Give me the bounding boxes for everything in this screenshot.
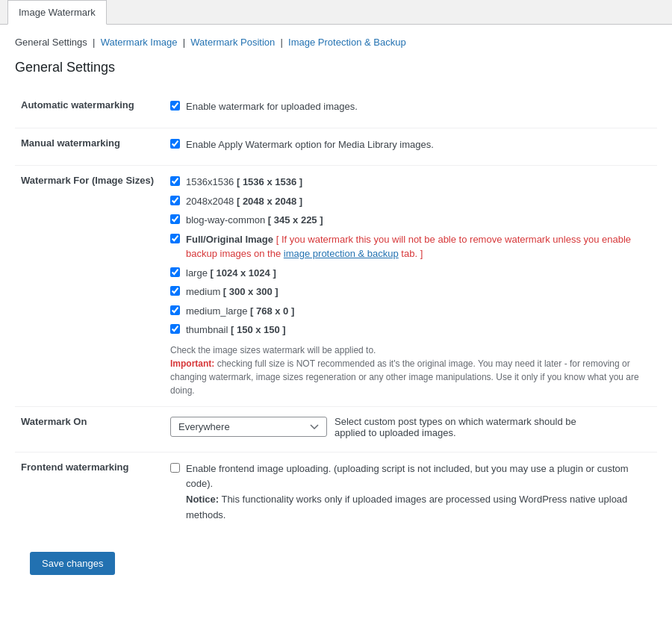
checkbox-row-blog-way-common: blog-way-common [ 345 x 225 ] [170,213,651,228]
checkbox-medium[interactable] [170,286,180,296]
value-watermark-on: Everywhere Posts Pages Attachments Selec… [164,406,657,452]
label-frontend-watermarking: Frontend watermarking [15,452,164,537]
row-watermark-on: Watermark On Everywhere Posts Pages Atta… [15,406,657,452]
notice-label: Notice: [186,494,219,505]
label-auto-watermark: Enable watermark for uploaded images. [186,99,358,114]
breadcrumb-link-watermark-image[interactable]: Watermark Image [101,37,178,48]
label-manual-watermark: Enable Apply Watermark option for Media … [186,137,434,152]
checkbox-row-frontend: Enable frontend image uploading. (upload… [170,461,651,523]
label-watermark-on: Watermark On [15,406,164,452]
breadcrumb-current: General Settings [15,37,87,48]
section-title: General Settings [15,60,657,75]
label-watermark-for: Watermark For (Image Sizes) [15,166,164,407]
checkbox-full-original[interactable] [170,234,180,243]
label-automatic-watermarking: Automatic watermarking [15,90,164,128]
checkbox-row-full-original: Full/Original Image [ If you watermark t… [170,232,651,261]
value-frontend-watermarking: Enable frontend image uploading. (upload… [164,452,657,537]
label-2048: 2048x2048 [ 2048 x 2048 ] [186,194,302,209]
value-manual-watermarking: Enable Apply Watermark option for Media … [164,128,657,166]
label-blog-way-common: blog-way-common [ 345 x 225 ] [186,213,323,228]
checkbox-row-large: large [ 1024 x 1024 ] [170,266,651,281]
breadcrumb-link-watermark-position[interactable]: Watermark Position [190,37,275,48]
checkbox-row-manual: Enable Apply Watermark option for Media … [170,137,651,152]
select-watermark-on[interactable]: Everywhere Posts Pages Attachments [170,417,327,437]
tab-bar: Image Watermark [0,0,672,25]
select-helper-text: Select custom post types on which waterm… [335,416,603,438]
settings-table: Automatic watermarking Enable watermark … [15,90,657,537]
row-watermark-for: Watermark For (Image Sizes) 1536x1536 [ … [15,166,657,407]
label-medium-large: medium_large [ 768 x 0 ] [186,304,294,319]
checkbox-large[interactable] [170,267,180,277]
main-content: General Settings | Watermark Image | Wat… [0,25,672,587]
checkbox-thumbnail[interactable] [170,324,180,334]
row-frontend-watermarking: Frontend watermarking Enable frontend im… [15,452,657,537]
label-1536: 1536x1536 [ 1536 x 1536 ] [186,175,302,190]
label-medium: medium [ 300 x 300 ] [186,285,279,299]
value-automatic-watermarking: Enable watermark for uploaded images. [164,90,657,128]
help-text-image-sizes: Check the image sizes watermark will be … [170,343,651,397]
label-thumbnail: thumbnail [ 150 x 150 ] [186,323,286,338]
page-wrapper: Image Watermark General Settings | Water… [0,0,672,628]
important-label: Important: [170,358,214,369]
checkbox-manual-watermark[interactable] [170,139,180,149]
checkbox-auto-watermark[interactable] [170,101,180,111]
label-manual-watermarking: Manual watermarking [15,128,164,166]
checkbox-row-auto: Enable watermark for uploaded images. [170,99,651,114]
checkbox-row-2048: 2048x2048 [ 2048 x 2048 ] [170,194,651,209]
breadcrumb-link-image-protection[interactable]: Image Protection & Backup [288,37,406,48]
row-automatic-watermarking: Automatic watermarking Enable watermark … [15,90,657,128]
checkbox-row-medium-large: medium_large [ 768 x 0 ] [170,304,651,319]
breadcrumb: General Settings | Watermark Image | Wat… [15,37,657,48]
checkbox-medium-large[interactable] [170,305,180,315]
checkbox-row-1536: 1536x1536 [ 1536 x 1536 ] [170,175,651,190]
save-changes-button[interactable]: Save changes [30,552,115,575]
link-image-protection-backup[interactable]: image protection & backup [284,248,399,259]
value-watermark-for: 1536x1536 [ 1536 x 1536 ] 2048x2048 [ 20… [164,166,657,407]
label-frontend-watermark: Enable frontend image uploading. (upload… [186,461,651,523]
checkbox-blog-way-common[interactable] [170,214,180,224]
checkbox-2048[interactable] [170,196,180,205]
row-manual-watermarking: Manual watermarking Enable Apply Waterma… [15,128,657,166]
checkbox-1536[interactable] [170,176,180,186]
tab-image-watermark[interactable]: Image Watermark [7,0,107,25]
label-full-original: Full/Original Image [ If you watermark t… [186,232,651,261]
checkbox-row-medium: medium [ 300 x 300 ] [170,285,651,299]
label-large: large [ 1024 x 1024 ] [186,266,276,281]
checkbox-row-thumbnail: thumbnail [ 150 x 150 ] [170,323,651,338]
checkbox-frontend-watermark[interactable] [170,463,180,473]
select-row-watermark-on: Everywhere Posts Pages Attachments Selec… [170,416,651,438]
